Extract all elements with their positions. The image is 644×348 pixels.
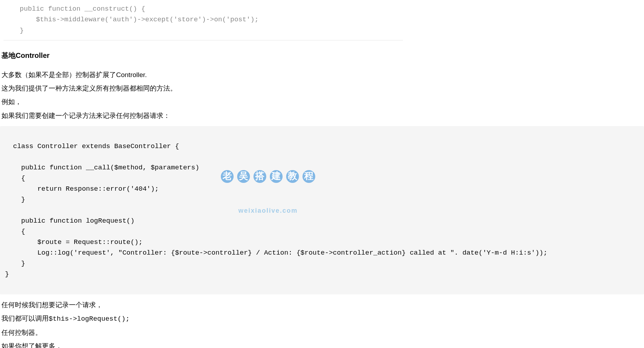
watermark-char: 建 bbox=[270, 170, 283, 183]
inline-code-logrequest: $this->logRequest(); bbox=[49, 315, 130, 323]
heading-base-controller: 基地Controller bbox=[1, 49, 644, 61]
code-content: class Controller extends BaseController … bbox=[5, 142, 547, 278]
paragraph-6-prefix: 我们都可以调用 bbox=[1, 315, 49, 322]
watermark-char: 教 bbox=[286, 170, 299, 183]
paragraph-4: 如果我们需要创建一个记录方法来记录任何控制器请求： bbox=[1, 109, 644, 122]
watermark-char: 搭 bbox=[253, 170, 266, 183]
paragraph-8: 如果你想了解更多， bbox=[1, 340, 644, 348]
watermark-url: weixiaolive.com bbox=[221, 206, 315, 216]
watermark: 老 吴 搭 建 教 程 weixiaolive.com bbox=[221, 149, 315, 237]
paragraph-3: 例如， bbox=[1, 96, 644, 108]
watermark-char: 吴 bbox=[237, 170, 250, 183]
paragraph-7: 任何控制器。 bbox=[1, 326, 644, 339]
paragraph-6: 我们都可以调用$this->logRequest(); bbox=[1, 312, 644, 325]
watermark-char: 老 bbox=[221, 170, 234, 183]
paragraph-2: 这为我们提供了一种方法来定义所有控制器都相同的方法。 bbox=[1, 82, 644, 94]
code-block-construct: public function __construct() { $this->m… bbox=[4, 4, 403, 40]
watermark-char: 程 bbox=[302, 170, 315, 183]
watermark-chinese: 老 吴 搭 建 教 程 bbox=[221, 170, 315, 183]
code-block-controller-class: class Controller extends BaseController … bbox=[0, 126, 644, 294]
paragraph-1: 大多数（如果不是全部）控制器扩展了Controller. bbox=[1, 69, 644, 81]
paragraph-5: 任何时候我们想要记录一个请求， bbox=[1, 299, 644, 311]
